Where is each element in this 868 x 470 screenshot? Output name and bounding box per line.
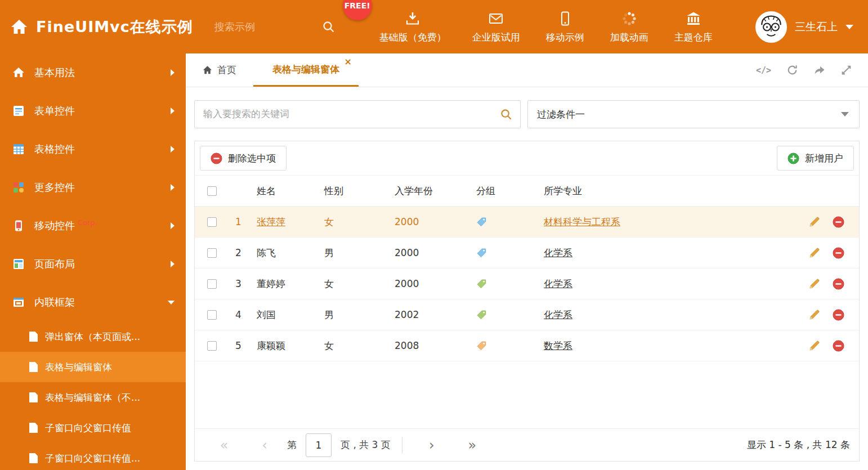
refresh-icon[interactable]: [786, 64, 798, 76]
nav-item-mobile-demo[interactable]: 移动示例: [533, 10, 597, 44]
delete-selected-button[interactable]: 删除选中项: [200, 146, 287, 171]
sidebar-subitem-child-to-parent-2[interactable]: 子窗口向父窗口传值...: [0, 443, 186, 470]
delete-icon[interactable]: [833, 247, 844, 259]
tab-active[interactable]: 表格与编辑窗体 ×: [253, 53, 359, 87]
add-user-button[interactable]: 新增用户: [777, 146, 854, 171]
sidebar-subitem-child-to-parent[interactable]: 子窗口向父窗口传值: [0, 413, 186, 443]
page-label-total: 页 , 共 3 页: [341, 438, 391, 451]
header-search[interactable]: 搜索示例: [214, 20, 335, 34]
major-link[interactable]: 材料科学与工程系: [544, 216, 620, 227]
cell-year: 2000: [389, 247, 471, 258]
edit-icon[interactable]: [808, 247, 820, 259]
nav-label: 主题仓库: [674, 31, 713, 44]
main-area: 首页 表格与编辑窗体 × </>: [186, 53, 868, 470]
sidebar-subitem-label: 弹出窗体（本页面或...: [45, 330, 140, 343]
prev-page-button[interactable]: ‹: [244, 438, 285, 452]
button-label: 新增用户: [805, 152, 843, 165]
nav-label: 移动示例: [546, 31, 584, 44]
tab-home[interactable]: 首页: [186, 53, 253, 87]
row-checkbox[interactable]: [207, 341, 217, 351]
avatar[interactable]: [755, 11, 787, 43]
cell-year: 2000: [389, 216, 471, 227]
nav-item-loading-animation[interactable]: 加载动画: [597, 10, 661, 44]
cell-major: 化学系: [538, 277, 797, 290]
table-icon: [12, 143, 25, 155]
table-row[interactable]: 3 董婷婷 女 2000 化学系: [195, 268, 859, 299]
chevron-right-icon: [171, 146, 175, 153]
delete-icon[interactable]: [833, 278, 844, 290]
sidebar-item-mobile-controls[interactable]: 移动控件 Corp.: [0, 207, 186, 245]
user-name: 三生石上: [795, 20, 838, 34]
sidebar-subitem-grid-edit-window[interactable]: 表格与编辑窗体: [0, 352, 186, 382]
major-link[interactable]: 数学系: [544, 340, 572, 351]
sidebar-item-grid-controls[interactable]: 表格控件: [0, 130, 186, 168]
brand[interactable]: FineUIMvc在线示例: [0, 17, 193, 37]
edit-icon[interactable]: [808, 309, 820, 321]
edit-icon[interactable]: [808, 278, 820, 290]
table-row[interactable]: 5 康颖颖 女 2008 数学系: [195, 330, 859, 361]
header-nav: FREE! 基础版（免费） 企业版试用 移动示例: [366, 10, 726, 44]
home-icon[interactable]: [10, 18, 28, 36]
plus-circle-icon: [788, 153, 799, 164]
major-link[interactable]: 化学系: [544, 309, 572, 320]
sidebar-item-label: 移动控件: [34, 219, 75, 232]
major-link[interactable]: 化学系: [544, 278, 572, 289]
sidebar-item-label: 更多控件: [34, 181, 171, 194]
row-number: 5: [226, 340, 251, 351]
row-checkbox[interactable]: [207, 279, 217, 289]
tag-icon: [476, 217, 487, 227]
major-link[interactable]: 化学系: [544, 247, 572, 258]
sidebar: 基本用法 表单控件 表格控件 更多: [0, 53, 186, 470]
select-all-checkbox[interactable]: [207, 186, 217, 196]
expand-icon[interactable]: [840, 64, 852, 76]
row-actions: [797, 278, 859, 290]
row-checkbox[interactable]: [207, 217, 217, 227]
filter-row: 过滤条件一: [194, 100, 860, 128]
page-input[interactable]: [306, 433, 332, 457]
user-menu[interactable]: 三生石上: [755, 11, 868, 43]
table-row[interactable]: 1 张萍萍 女 2000 材料科学与工程系: [195, 207, 859, 238]
chevron-down-icon: [845, 25, 853, 29]
app-title: FineUIMvc在线示例: [36, 17, 193, 37]
edit-icon[interactable]: [808, 216, 820, 228]
last-page-button[interactable]: »: [452, 438, 493, 452]
search-icon[interactable]: [492, 108, 520, 121]
sidebar-subitem-grid-edit-window-no[interactable]: 表格与编辑窗体（不...: [0, 382, 186, 413]
first-page-button[interactable]: «: [204, 438, 244, 452]
nav-item-theme-store[interactable]: 主题仓库: [661, 10, 726, 44]
row-checkbox[interactable]: [207, 310, 217, 320]
row-checkbox[interactable]: [207, 248, 217, 258]
table-row[interactable]: 2 陈飞 男 2000 化学系: [195, 238, 859, 268]
sidebar-item-basic-usage[interactable]: 基本用法: [0, 53, 186, 92]
close-icon[interactable]: ×: [344, 57, 352, 66]
delete-icon[interactable]: [833, 216, 844, 228]
delete-icon[interactable]: [833, 309, 844, 321]
code-icon[interactable]: </>: [756, 65, 771, 75]
search-box: [194, 100, 521, 128]
chevron-down-icon: [168, 301, 175, 305]
chevron-right-icon: [171, 261, 175, 267]
search-input[interactable]: [195, 109, 492, 120]
sidebar-item-form-controls[interactable]: 表单控件: [0, 92, 186, 130]
mobile-icon: [12, 220, 25, 232]
share-icon[interactable]: [813, 64, 825, 76]
next-page-button[interactable]: ›: [411, 438, 452, 452]
sidebar-item-page-layout[interactable]: 页面布局: [0, 245, 186, 283]
delete-icon[interactable]: [833, 340, 844, 352]
sidebar-item-label: 内联框架: [34, 296, 168, 309]
edit-icon[interactable]: [808, 340, 820, 352]
filter-dropdown-value: 过滤条件一: [537, 108, 585, 121]
cell-major: 数学系: [538, 339, 797, 352]
cell-gender: 男: [319, 308, 389, 321]
search-icon[interactable]: [322, 20, 335, 34]
sidebar-item-more-controls[interactable]: 更多控件: [0, 168, 186, 207]
sidebar-item-iframe[interactable]: 内联框架: [0, 283, 186, 321]
form-icon: [12, 105, 25, 117]
table-row[interactable]: 4 刘国 男 2002 化学系: [195, 299, 859, 330]
sidebar-item-label: 表格控件: [34, 142, 171, 156]
filter-dropdown[interactable]: 过滤条件一: [527, 100, 860, 128]
nav-item-basic-edition[interactable]: FREE! 基础版（免费）: [366, 10, 459, 44]
sidebar-subitem-popup-window[interactable]: 弹出窗体（本页面或...: [0, 321, 186, 352]
nav-item-enterprise-trial[interactable]: 企业版试用: [459, 10, 533, 44]
corp-badge: Corp.: [78, 218, 171, 227]
